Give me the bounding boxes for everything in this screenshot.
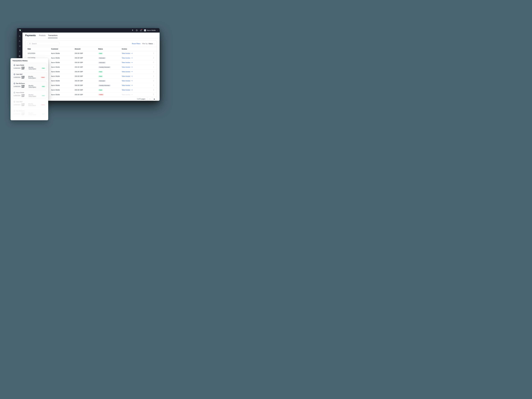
cell-customer: Aaron Biddle: [51, 71, 75, 72]
history-date: 11/05/2024: [13, 86, 20, 87]
history-name: Aaron Biddle: [16, 64, 24, 66]
cell-status: Paid: [98, 89, 122, 91]
filter-by-value: Status: [149, 43, 153, 44]
cell-status: Paid: [98, 75, 122, 77]
tab-transactions[interactable]: Transactions: [48, 34, 57, 38]
chevron-down-icon: ⌄: [157, 30, 158, 31]
reset-filters-link[interactable]: Reset Filters: [132, 43, 140, 44]
svg-point-2: [19, 36, 20, 36]
pager-prev[interactable]: ◀: [147, 97, 152, 101]
logo-icon: [19, 29, 21, 32]
cell-customer: Aaron Biddle: [51, 94, 75, 95]
svg-rect-5: [20, 55, 20, 57]
row-menu-button[interactable]: ⋮: [150, 94, 154, 95]
view-invoice-link[interactable]: View invoice: [122, 62, 133, 63]
history-date: 11/05/2024: [13, 77, 20, 78]
view-invoice-link[interactable]: View invoice: [122, 52, 133, 54]
status-badge: Refunded: [98, 57, 106, 59]
avatar: [144, 29, 146, 32]
cell-customer: Aaron Biddle: [51, 66, 75, 68]
col-status: Status: [98, 48, 122, 50]
row-menu-button[interactable]: ⋮: [150, 71, 154, 73]
avatar: [13, 64, 15, 66]
user-menu[interactable]: Aaron Biddle ⌄: [144, 29, 158, 32]
history-amount: £200 GBP: [21, 67, 27, 70]
status-badge: Partially Refunded: [98, 85, 111, 86]
view-invoice-link[interactable]: View invoice: [122, 71, 133, 72]
page-header: Payments ProductsTransactions: [22, 32, 160, 38]
currency-icon[interactable]: [132, 29, 134, 32]
row-menu-button[interactable]: ⋮: [150, 57, 154, 59]
cell-status: Paid: [98, 71, 122, 73]
help-icon[interactable]: [136, 29, 138, 32]
view-invoice-link[interactable]: View invoice: [122, 75, 133, 77]
history-amount: £200 GBP: [21, 76, 27, 79]
history-item[interactable]: Zack Wolf11/05/2024£200 GBPMonthly Subsc…: [12, 100, 47, 108]
svg-rect-4: [19, 55, 19, 56]
arrow-right-icon: [131, 57, 133, 59]
avatar: [13, 92, 15, 94]
col-customer: Customer: [51, 48, 75, 50]
history-status-badge: Paid: [41, 86, 45, 87]
row-menu-button[interactable]: ⋮: [150, 66, 154, 68]
avatar: [13, 101, 15, 103]
view-invoice-link[interactable]: View invoice: [122, 66, 133, 68]
arrow-right-icon: [131, 52, 133, 54]
history-item[interactable]: Ben McGeere11/05/2024£200 GBPMonthly Sub…: [12, 81, 47, 89]
pager-next[interactable]: ▶: [152, 97, 157, 101]
row-menu-button[interactable]: ⋮: [150, 75, 154, 77]
nav-layout-icon[interactable]: [19, 55, 21, 57]
history-amount: £200 GBP: [21, 85, 27, 88]
cell-amount: 200.00 GBP: [75, 62, 98, 63]
avatar: [13, 110, 15, 112]
status-badge: Paid: [98, 76, 103, 77]
cell-customer: Aaron Biddle: [51, 62, 75, 63]
cell-status: Partially Refunded: [98, 66, 122, 68]
nav-user-add-icon[interactable]: [19, 40, 21, 42]
col-amount: Amount: [75, 48, 98, 50]
row-menu-button[interactable]: ⋮: [150, 52, 154, 54]
filter-by-dropdown[interactable]: Filter by: Status ⌄: [142, 43, 154, 44]
tab-products[interactable]: Products: [39, 34, 46, 38]
view-invoice-link[interactable]: View invoice: [122, 89, 133, 91]
cell-amount: 200.00 GBP: [75, 80, 98, 82]
search-box[interactable]: [28, 42, 59, 45]
filter-row: Reset Filters Filter by: Status ⌄: [25, 41, 157, 47]
history-name: Aaron Biddle: [16, 92, 24, 93]
nav-user-icon[interactable]: [19, 35, 21, 37]
view-invoice-link[interactable]: View invoice: [122, 57, 133, 59]
history-item[interactable]: Aaron Biddle11/05/2024£200 GBPMonthly Su…: [12, 63, 47, 71]
history-title: Transactions History: [13, 60, 46, 62]
search-input[interactable]: [32, 43, 58, 44]
arrow-right-icon: [131, 94, 133, 95]
bell-icon[interactable]: [140, 29, 142, 32]
history-plan: Monthly Subscription: [29, 67, 40, 70]
history-date: 11/05/2024: [13, 95, 20, 96]
history-amount: £200 GBP: [21, 94, 27, 97]
page-title: Payments: [25, 34, 36, 38]
topbar: Aaron Biddle ⌄: [17, 28, 160, 32]
row-menu-button[interactable]: ⋮: [150, 89, 154, 91]
view-invoice-link[interactable]: View invoice: [122, 84, 133, 86]
cell-amount: 200.00 GBP: [75, 52, 98, 54]
row-menu-button[interactable]: ⋮: [150, 62, 154, 63]
cell-customer: Aaron Biddle: [51, 75, 75, 77]
history-plan: Monthly Subscription: [28, 103, 39, 106]
history-item[interactable]: Ben McGeere11/05/2024£200 GBPMonthly Sub…: [12, 109, 47, 117]
row-menu-button[interactable]: ⋮: [150, 84, 154, 86]
history-item[interactable]: Zack Wolf11/05/2024£200 GBPMonthly Subsc…: [12, 72, 47, 80]
history-name: Zack Wolf: [16, 74, 22, 75]
status-badge: Refunded: [98, 62, 106, 63]
arrow-right-icon: [131, 75, 133, 77]
pager-info: 1 of 2 pages: [135, 97, 147, 101]
nav-list-icon[interactable]: [19, 45, 21, 47]
history-item[interactable]: Aaron Biddle11/05/2024£200 GBPMonthly Su…: [12, 90, 47, 98]
nav-download-icon[interactable]: [19, 50, 21, 52]
row-menu-button[interactable]: ⋮: [150, 80, 154, 82]
view-invoice-link[interactable]: View invoice: [122, 80, 133, 82]
app-logo[interactable]: [19, 29, 21, 32]
notification-dot: [141, 29, 142, 30]
avatar: [13, 73, 15, 75]
cell-customer: Aaron Biddle: [51, 80, 75, 82]
table-header: Date Customer Amount Status Invoice: [25, 47, 157, 51]
